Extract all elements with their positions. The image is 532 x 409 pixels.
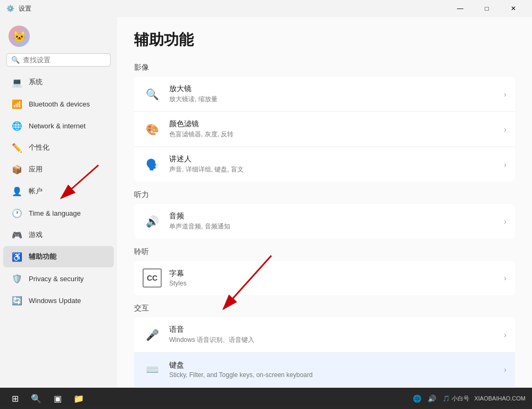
audio-row[interactable]: 🔊 音频 单声道音频, 音频通知 ›: [134, 204, 515, 239]
sidebar-item-privacy[interactable]: 🛡️ Privacy & security: [3, 268, 114, 289]
hearing-card: 🔊 音频 单声道音频, 音频通知 ›: [134, 204, 515, 239]
accounts-icon: 👤: [12, 186, 22, 197]
sidebar-label-accessibility: 辅助功能: [29, 252, 56, 261]
taskbar-right: 🌐 🔊 🎵 小白号 XIAOBAIHAO.COM: [413, 395, 526, 403]
network-icon: 🌐: [12, 120, 22, 131]
sidebar-item-network[interactable]: 🌐 Network & internet: [3, 115, 114, 136]
explorer-button[interactable]: 📁: [70, 390, 87, 407]
bluetooth-icon: 📶: [12, 99, 22, 109]
captions-card: CC 字幕 Styles ›: [134, 261, 515, 295]
sidebar-label-system: 系统: [29, 77, 43, 87]
taskbar: ⊞ 🔍 ▣ 📁 🌐 🔊 🎵 小白号 XIAOBAIHAO.COM: [0, 388, 532, 409]
narrator-row[interactable]: 🗣️ 讲述人 声音, 详细详组, 键盘, 盲文 ›: [134, 147, 515, 182]
page-title: 辅助功能: [134, 30, 515, 50]
keyboard-icon: ⌨️: [143, 360, 162, 379]
narrator-text: 讲述人 声音, 详细详组, 键盘, 盲文: [169, 154, 504, 174]
narrator-subtitle: 声音, 详细详组, 键盘, 盲文: [169, 165, 504, 174]
magnifier-subtitle: 放大镜读, 缩放量: [169, 95, 504, 104]
sidebar-item-apps[interactable]: 📦 应用: [3, 159, 114, 180]
color-filter-icon: 🎨: [143, 120, 162, 139]
windows-update-icon: 🔄: [12, 295, 22, 306]
sidebar-label-windows-update: Windows Update: [29, 297, 81, 305]
title-bar-label: 设置: [19, 4, 31, 13]
sidebar-label-network: Network & internet: [29, 122, 86, 130]
user-avatar-section: 🐱: [0, 17, 117, 53]
interaction-card: 🎤 语音 Windows 语音识别、语音键入 › ⌨️ 键盘 Sticky, F…: [134, 317, 515, 388]
narrator-icon: 🗣️: [143, 155, 162, 174]
captions-icon: CC: [143, 268, 162, 288]
window-controls: — □ ✕: [448, 0, 526, 17]
voice-icon: 🎤: [143, 325, 162, 345]
start-button[interactable]: ⊞: [6, 390, 23, 407]
magnifier-title: 放大镜: [169, 84, 504, 94]
gaming-icon: 🎮: [12, 230, 22, 240]
taskbar-search-button[interactable]: 🔍: [28, 390, 45, 407]
sidebar-item-windows-update[interactable]: 🔄 Windows Update: [3, 290, 114, 311]
audio-icon: 🔊: [143, 212, 162, 231]
accessibility-icon: ♿: [12, 251, 22, 262]
voice-title: 语音: [169, 325, 504, 334]
apps-icon: 📦: [12, 164, 22, 175]
section-label-hearing: 听力: [134, 190, 515, 200]
sidebar-label-gaming: 游戏: [29, 230, 43, 240]
keyboard-title: 键盘: [169, 361, 504, 370]
network-status-icon: 🌐: [413, 395, 421, 403]
captions-subtitle: Styles: [169, 280, 504, 287]
color-filter-text: 颜色滤镜 色盲滤镜器, 灰度, 反转: [169, 119, 504, 139]
captions-text: 字幕 Styles: [169, 269, 504, 287]
close-button[interactable]: ✕: [501, 0, 526, 17]
sidebar-item-personalization[interactable]: ✏️ 个性化: [3, 137, 114, 158]
vision-card: 🔍 放大镜 放大镜读, 缩放量 › 🎨 颜色滤镜 色盲滤镜器, 灰度, 反转 ›…: [134, 77, 515, 182]
captions-row[interactable]: CC 字幕 Styles ›: [134, 261, 515, 295]
voice-text: 语音 Windows 语音识别、语音键入: [169, 325, 504, 345]
section-label-interaction: 交互: [134, 304, 515, 313]
section-label-captions: 聆听: [134, 247, 515, 257]
voice-subtitle: Windows 语音识别、语音键入: [169, 336, 504, 345]
sidebar-label-personalization: 个性化: [29, 143, 49, 152]
volume-icon: 🔊: [428, 395, 436, 403]
sidebar-item-accounts[interactable]: 👤 帐户: [3, 181, 114, 202]
magnifier-row[interactable]: 🔍 放大镜 放大镜读, 缩放量 ›: [134, 77, 515, 112]
sidebar-item-bluetooth[interactable]: 📶 Bluetooth & devices: [3, 93, 114, 114]
color-filter-title: 颜色滤镜: [169, 119, 504, 129]
search-icon: 🔍: [11, 56, 20, 64]
captions-title: 字幕: [169, 269, 504, 279]
audio-text: 音频 单声道音频, 音频通知: [169, 211, 504, 231]
keyboard-chevron: ›: [504, 365, 506, 374]
sidebar-item-gaming[interactable]: 🎮 游戏: [3, 224, 114, 246]
audio-subtitle: 单声道音频, 音频通知: [169, 222, 504, 231]
magnifier-icon: 🔍: [143, 85, 162, 104]
sidebar-label-time: Time & language: [29, 209, 81, 217]
voice-row[interactable]: 🎤 语音 Windows 语音识别、语音键入 ›: [134, 317, 515, 353]
section-label-vision: 影像: [134, 63, 515, 72]
maximize-button[interactable]: □: [475, 0, 499, 17]
sidebar-label-bluetooth: Bluetooth & devices: [29, 100, 90, 108]
keyboard-text: 键盘 Sticky, Filter, and Toggle keys, on-s…: [169, 361, 504, 379]
captions-chevron: ›: [504, 274, 506, 282]
sidebar-label-accounts: 帐户: [29, 186, 43, 196]
narrator-chevron: ›: [504, 160, 506, 169]
keyboard-row[interactable]: ⌨️ 键盘 Sticky, Filter, and Toggle keys, o…: [134, 353, 515, 387]
minimize-button[interactable]: —: [448, 0, 472, 17]
audio-title: 音频: [169, 211, 504, 221]
search-input[interactable]: [23, 56, 112, 64]
avatar: 🐱: [9, 26, 30, 47]
sidebar-item-system[interactable]: 💻 系统: [3, 71, 114, 93]
sidebar-item-accessibility[interactable]: ♿ 辅助功能: [3, 246, 114, 267]
search-box[interactable]: 🔍: [6, 53, 111, 67]
sidebar-item-time[interactable]: 🕐 Time & language: [3, 202, 114, 224]
narrator-title: 讲述人: [169, 154, 504, 164]
app-container: 🐱 🔍 💻 系统 📶 Bluetooth & devices 🌐 Network…: [0, 17, 532, 388]
magnifier-chevron: ›: [504, 90, 506, 99]
taskbar-branding: 🎵 小白号 XIAOBAIHAO.COM: [443, 395, 526, 403]
system-icon: 💻: [12, 77, 22, 87]
taskview-button[interactable]: ▣: [49, 390, 66, 407]
sidebar-label-privacy: Privacy & security: [29, 275, 84, 283]
audio-chevron: ›: [504, 217, 506, 226]
settings-icon: ⚙️: [6, 5, 14, 12]
sidebar-label-apps: 应用: [29, 165, 43, 174]
color-filter-subtitle: 色盲滤镜器, 灰度, 反转: [169, 130, 504, 139]
color-filter-row[interactable]: 🎨 颜色滤镜 色盲滤镜器, 灰度, 反转 ›: [134, 112, 515, 147]
title-bar: ⚙️ 设置 — □ ✕: [0, 0, 532, 17]
sidebar-nav: 💻 系统 📶 Bluetooth & devices 🌐 Network & i…: [0, 71, 117, 312]
